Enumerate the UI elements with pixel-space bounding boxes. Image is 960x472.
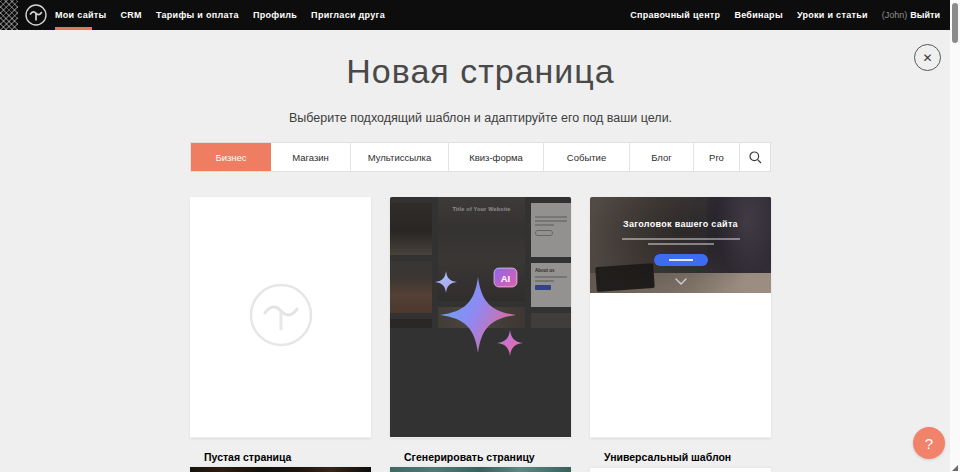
nav-lessons-articles[interactable]: Уроки и статьи xyxy=(797,10,868,20)
nav-help-center[interactable]: Справочный центр xyxy=(630,10,720,20)
tilda-watermark-icon xyxy=(249,283,313,351)
card-title: Универсальный шаблон xyxy=(604,451,757,463)
hero-cta-button xyxy=(654,254,708,266)
hero-headline: Заголовок вашего сайта xyxy=(590,219,771,229)
search-tab[interactable] xyxy=(740,143,770,171)
user-name: (John) xyxy=(882,10,908,20)
ai-generate-preview[interactable]: Title of Your Website About us xyxy=(390,197,571,438)
close-button[interactable]: ✕ xyxy=(914,44,941,71)
scrollbar-thumb[interactable] xyxy=(952,3,958,43)
template-category-tabs: Бизнес Магазин Мультиссылка Квиз-форма С… xyxy=(190,142,771,172)
nav-my-sites[interactable]: Мои сайты xyxy=(55,10,106,20)
header-texture xyxy=(0,0,18,30)
tab-shop[interactable]: Магазин xyxy=(271,143,351,171)
svg-text:AI: AI xyxy=(500,273,510,284)
card-title: Пустая страница xyxy=(204,451,357,463)
tab-multilink[interactable]: Мультиссылка xyxy=(351,143,449,171)
nav-tariffs-payment[interactable]: Тарифы и оплата xyxy=(156,10,239,20)
secondary-nav: Справочный центр Вебинары Уроки и статьи… xyxy=(630,0,940,30)
nav-crm[interactable]: CRM xyxy=(120,10,141,20)
template-card-partial-3[interactable] xyxy=(590,467,771,472)
top-bar: Мои сайты CRM Тарифы и оплата Профиль Пр… xyxy=(0,0,950,30)
close-icon: ✕ xyxy=(922,52,932,64)
template-card-partial-2[interactable] xyxy=(390,467,571,472)
user-session: (John) Выйти xyxy=(882,10,940,20)
template-card-blank: Пустая страница Начать с чистого листа. … xyxy=(190,197,371,438)
nav-profile[interactable]: Профиль xyxy=(253,10,297,20)
nav-webinars[interactable]: Вебинары xyxy=(734,10,783,20)
scrollbar[interactable] xyxy=(950,0,960,472)
template-card-universal: Заголовок вашего сайта Коротко представь… xyxy=(590,197,771,438)
hero-subtitle-line xyxy=(648,243,714,245)
scrollbar-corner xyxy=(952,465,958,471)
blank-page-preview[interactable] xyxy=(190,197,371,438)
search-icon xyxy=(749,151,762,164)
tab-quiz-form[interactable]: Квиз-форма xyxy=(449,143,544,171)
chevron-down-icon xyxy=(675,271,687,289)
screen: Мои сайты CRM Тарифы и оплата Профиль Пр… xyxy=(0,0,960,472)
tilda-logo-icon[interactable] xyxy=(25,4,47,26)
help-button[interactable]: ? xyxy=(913,427,945,459)
tab-blog[interactable]: Блог xyxy=(630,143,694,171)
main-nav: Мои сайты CRM Тарифы и оплата Профиль Пр… xyxy=(55,0,385,30)
page-subtitle: Выберите подходящий шаблон и адаптируйте… xyxy=(190,111,771,125)
tab-pro[interactable]: Pro xyxy=(694,143,740,171)
template-card-partial-1[interactable] xyxy=(190,467,371,472)
template-card-ai: Title of Your Website About us xyxy=(390,197,571,438)
page-title: Новая страница xyxy=(190,52,771,91)
template-hero: Заголовок вашего сайта xyxy=(590,197,771,293)
hero-subtitle-line xyxy=(622,238,740,240)
active-nav-underline xyxy=(55,27,92,30)
tab-business[interactable]: Бизнес xyxy=(191,143,271,171)
question-mark-icon: ? xyxy=(925,435,933,452)
tab-event[interactable]: Событие xyxy=(544,143,630,171)
ai-sparkle-icon: AI xyxy=(426,265,536,365)
universal-template-preview[interactable]: Заголовок вашего сайта Коротко представь… xyxy=(590,197,771,438)
ai-badge: AI xyxy=(494,268,517,287)
logout-link[interactable]: Выйти xyxy=(910,10,940,20)
card-title: Сгенерировать страницу xyxy=(404,451,557,463)
nav-invite-friend[interactable]: Пригласи друга xyxy=(311,10,385,20)
